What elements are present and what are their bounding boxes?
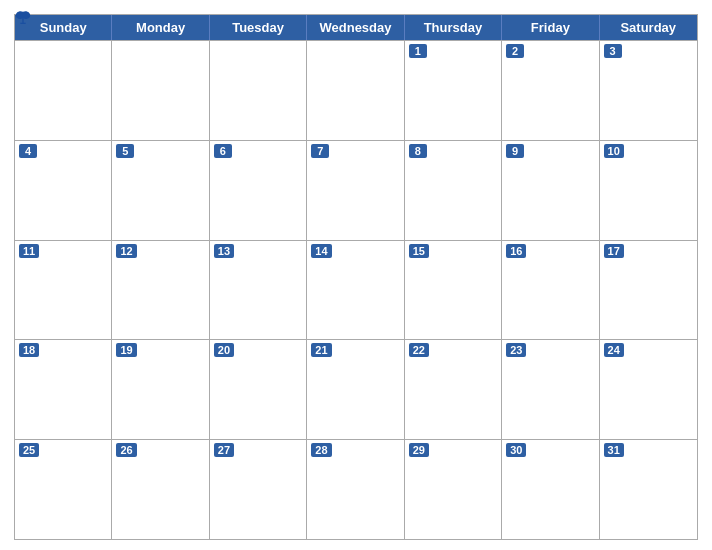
day-number: 18 [19, 343, 39, 357]
logo-bird-icon [14, 10, 32, 26]
day-cell: 7 [307, 141, 404, 240]
day-header-thursday: Thursday [405, 15, 502, 40]
day-cell [112, 41, 209, 140]
logo-blue-text [14, 10, 34, 26]
day-cell [307, 41, 404, 140]
day-cell: 13 [210, 241, 307, 340]
day-number: 11 [19, 244, 39, 258]
day-number: 16 [506, 244, 526, 258]
day-cell: 4 [15, 141, 112, 240]
day-header-saturday: Saturday [600, 15, 697, 40]
day-number: 6 [214, 144, 232, 158]
day-cell: 27 [210, 440, 307, 539]
week-row-4: 18192021222324 [15, 339, 697, 439]
day-cell: 16 [502, 241, 599, 340]
day-cell: 17 [600, 241, 697, 340]
day-number: 26 [116, 443, 136, 457]
day-cell: 25 [15, 440, 112, 539]
day-number: 24 [604, 343, 624, 357]
day-number: 23 [506, 343, 526, 357]
weeks-container: 1234567891011121314151617181920212223242… [15, 40, 697, 539]
day-cell: 18 [15, 340, 112, 439]
day-header-friday: Friday [502, 15, 599, 40]
day-cell: 9 [502, 141, 599, 240]
day-number: 27 [214, 443, 234, 457]
calendar-grid: SundayMondayTuesdayWednesdayThursdayFrid… [14, 14, 698, 540]
day-number: 19 [116, 343, 136, 357]
day-cell: 24 [600, 340, 697, 439]
day-number: 21 [311, 343, 331, 357]
day-headers-row: SundayMondayTuesdayWednesdayThursdayFrid… [15, 15, 697, 40]
day-number: 9 [506, 144, 524, 158]
day-cell: 15 [405, 241, 502, 340]
day-number: 22 [409, 343, 429, 357]
day-number: 4 [19, 144, 37, 158]
day-number: 8 [409, 144, 427, 158]
day-number: 31 [604, 443, 624, 457]
day-cell: 28 [307, 440, 404, 539]
day-cell: 23 [502, 340, 599, 439]
day-cell: 1 [405, 41, 502, 140]
day-number: 25 [19, 443, 39, 457]
week-row-2: 45678910 [15, 140, 697, 240]
day-cell: 29 [405, 440, 502, 539]
day-cell: 6 [210, 141, 307, 240]
day-header-tuesday: Tuesday [210, 15, 307, 40]
day-cell: 12 [112, 241, 209, 340]
day-number: 15 [409, 244, 429, 258]
day-cell: 22 [405, 340, 502, 439]
day-header-wednesday: Wednesday [307, 15, 404, 40]
day-number: 30 [506, 443, 526, 457]
day-cell: 21 [307, 340, 404, 439]
day-number: 7 [311, 144, 329, 158]
day-cell: 11 [15, 241, 112, 340]
day-cell: 26 [112, 440, 209, 539]
day-cell: 3 [600, 41, 697, 140]
day-cell: 31 [600, 440, 697, 539]
day-cell: 20 [210, 340, 307, 439]
day-header-monday: Monday [112, 15, 209, 40]
day-cell: 2 [502, 41, 599, 140]
day-number: 3 [604, 44, 622, 58]
day-number: 5 [116, 144, 134, 158]
day-cell: 5 [112, 141, 209, 240]
day-cell: 30 [502, 440, 599, 539]
day-cell [15, 41, 112, 140]
day-cell [210, 41, 307, 140]
day-number: 10 [604, 144, 624, 158]
day-number: 20 [214, 343, 234, 357]
day-cell: 10 [600, 141, 697, 240]
day-number: 12 [116, 244, 136, 258]
day-cell: 8 [405, 141, 502, 240]
week-row-3: 11121314151617 [15, 240, 697, 340]
day-number: 28 [311, 443, 331, 457]
week-row-1: 123 [15, 40, 697, 140]
day-number: 13 [214, 244, 234, 258]
day-number: 17 [604, 244, 624, 258]
logo [14, 10, 34, 26]
day-cell: 19 [112, 340, 209, 439]
day-number: 29 [409, 443, 429, 457]
calendar-page: SundayMondayTuesdayWednesdayThursdayFrid… [0, 0, 712, 550]
day-number: 14 [311, 244, 331, 258]
day-number: 1 [409, 44, 427, 58]
day-cell: 14 [307, 241, 404, 340]
week-row-5: 25262728293031 [15, 439, 697, 539]
day-number: 2 [506, 44, 524, 58]
